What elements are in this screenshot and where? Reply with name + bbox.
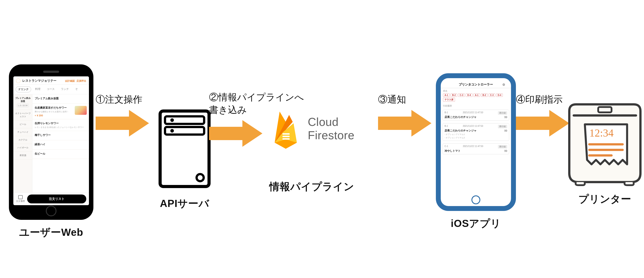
uw-title: レストランマジョリテー <box>22 79 63 83</box>
phone-frame-black: レストランマジョリテー 会計確認 店員呼出 ドリンク 料理 コース ランチ そ … <box>9 64 94 220</box>
uw-item[interactable]: プレミアム飲み放題 <box>32 94 89 104</box>
uw-tab-food[interactable]: 料理 <box>33 86 43 92</box>
uw-cat-beer[interactable]: ビール <box>13 121 32 128</box>
ios-history-section: 印刷履歴 <box>441 103 511 108</box>
uw-link-call[interactable]: 店員呼出 <box>76 79 86 83</box>
svg-rect-9 <box>598 107 612 112</box>
uw-item-name: 緑茶ハイ <box>35 142 87 146</box>
node-api-server: APIサーバ <box>156 107 214 211</box>
print-card: B-1 2021/11/22 11:47:53 再印刷 店長こだわりのチャンジャ… <box>442 110 509 121</box>
arrow-3-label: ③通知 <box>378 93 406 106</box>
card-name: 店長こだわりのチャンジャ <box>444 129 476 133</box>
firebase-icon <box>269 107 302 151</box>
uw-item[interactable]: 生搾りレモンサワー レモンまるまる1個を絞ったジューシーなレモンサワー <box>32 119 89 131</box>
uw-item[interactable]: 梅干しサワー <box>32 131 89 140</box>
reprint-button[interactable]: 再印刷 <box>498 145 507 148</box>
ios-header: プリンタコントローラー ⚙ <box>441 81 511 88</box>
card-qty: 99 <box>504 129 507 132</box>
uw-item-name: 梅干しサワー <box>35 133 87 137</box>
card-seat: B-1 <box>444 125 448 128</box>
diagram-stage: レストランマジョリテー 会計確認 店員呼出 ドリンク 料理 コース ランチ そ … <box>0 0 644 278</box>
uw-item-name: 生ビール <box>35 152 87 156</box>
uw-cat-premium-label: プレミアム飲み放題 <box>15 97 31 103</box>
arrow-1-label: ①注文操作 <box>96 93 142 106</box>
ios-screen: プリンタコントローラー ⚙ 席名 A-1 B-2 C-3 D-4 A-1 B-2… <box>441 81 511 195</box>
uw-item[interactable]: 生ビール <box>32 150 89 159</box>
uw-item-desc: レモンまるまる1個を絞ったジューシーなレモンサワー <box>35 126 87 129</box>
caption-pipeline: 情報パイプライン <box>269 180 354 194</box>
menu-thumb <box>75 106 87 115</box>
card-qty: 99 <box>504 149 507 152</box>
home-button-icon <box>46 206 56 216</box>
gear-icon[interactable]: ⚙ <box>502 83 505 86</box>
card-ts: 2021/11/22 11:47:53 <box>463 111 483 115</box>
caption-ios-app: iOSアプリ <box>451 217 501 231</box>
uw-cat-cocktail[interactable]: カクテル <box>13 136 32 144</box>
table-chip[interactable]: テラス席 <box>443 98 455 102</box>
uw-item[interactable]: 緑茶ハイ <box>32 140 89 150</box>
arrow-4-label: ④印刷指示 <box>516 93 562 106</box>
table-chip[interactable]: D-4 <box>496 94 503 97</box>
card-seat: B-1 <box>444 111 448 115</box>
uw-item[interactable]: 生産農家直送すだちサワー 爽やかな酸味とすだちを贅沢に使用！ + ¥ 200 <box>32 104 89 119</box>
uw-cat-fruit[interactable]: 果実酒 <box>13 152 32 159</box>
history-label: 注文履歴 <box>16 200 25 203</box>
firestore-line1: Cloud <box>308 116 354 129</box>
table-chip[interactable]: A-1 <box>443 94 450 97</box>
uw-sidebar: プレミアム飲み放題 L.O. 22:30 オクトーバーフェスト ビール チューハ… <box>13 94 32 192</box>
arrow-icon <box>209 118 262 149</box>
ios-tables-section: 席名 A-1 B-2 C-3 D-4 A-1 B-2 C-3 D-4 テラス席 <box>441 88 511 103</box>
card-name: 冷やしトマト <box>444 149 460 153</box>
order-list-button[interactable]: 注文リスト <box>27 194 86 203</box>
arrow-1: ①注文操作 <box>96 93 149 139</box>
shop-logo-icon <box>16 79 20 83</box>
uw-item-name: プレミアム飲み放題 <box>35 97 87 100</box>
print-card: B-1 2021/11/22 11:47:53 再印刷 店長こだわりのチャンジャ… <box>442 123 509 141</box>
uw-cat-premium[interactable]: プレミアム飲み放題 L.O. 22:30 <box>13 94 32 110</box>
reprint-button[interactable]: 再印刷 <box>498 125 507 128</box>
table-chip[interactable]: C-3 <box>458 94 465 97</box>
node-pipeline: Cloud Firestore 情報パイプライン <box>269 107 354 194</box>
uw-item-name: 生搾りレモンサワー <box>35 122 87 125</box>
uw-link-bill[interactable]: 会計確認 <box>65 79 75 83</box>
order-history-button[interactable]: 注文履歴 <box>16 195 25 203</box>
uw-header: レストランマジョリテー 会計確認 店員呼出 <box>13 76 89 85</box>
uw-cat-highball[interactable]: ハイボール <box>13 144 32 152</box>
svg-rect-8 <box>282 138 290 140</box>
uw-tab-lunch[interactable]: ランチ <box>59 86 71 92</box>
phone-frame-blue: プリンタコントローラー ⚙ 席名 A-1 B-2 C-3 D-4 A-1 B-2… <box>436 73 516 211</box>
table-chips: A-1 B-2 C-3 D-4 A-1 B-2 C-3 D-4 テラス席 <box>443 94 509 102</box>
firestore-logo-block: Cloud Firestore <box>269 107 354 151</box>
arrow-icon <box>378 108 432 139</box>
ios-title: プリンタコントローラー <box>459 83 493 87</box>
svg-point-2 <box>170 118 174 122</box>
uw-cat-okt[interactable]: オクトーバーフェスト <box>13 110 32 121</box>
uw-footer: 注文履歴 注文リスト <box>13 192 89 205</box>
history-label: 印刷履歴 <box>443 104 509 108</box>
node-ios-app: プリンタコントローラー ⚙ 席名 A-1 B-2 C-3 D-4 A-1 B-2… <box>436 73 516 231</box>
svg-rect-6 <box>282 133 290 135</box>
uw-cat-chuhai[interactable]: チューハイ <box>13 128 32 136</box>
uw-tab-course[interactable]: コース <box>44 86 57 92</box>
uw-body: プレミアム飲み放題 L.O. 22:30 オクトーバーフェスト ビール チューハ… <box>13 94 89 192</box>
table-chip[interactable]: B-2 <box>481 94 488 97</box>
arrow-3: ③通知 <box>378 93 432 139</box>
table-chip[interactable]: C-3 <box>488 94 495 97</box>
uw-tab-more[interactable]: そ <box>73 86 80 92</box>
server-icon <box>156 107 214 191</box>
caption-api-server: APIサーバ <box>160 197 209 211</box>
reprint-button[interactable]: 再印刷 <box>498 111 507 115</box>
user-web-screen: レストランマジョリテー 会計確認 店員呼出 ドリンク 料理 コース ランチ そ … <box>13 76 89 205</box>
table-chip[interactable]: D-4 <box>466 94 472 97</box>
card-seat: C-1 <box>444 145 448 148</box>
arrow-icon <box>96 108 149 139</box>
card-ts: 2021/11/22 11:47:53 <box>463 145 483 148</box>
table-chip[interactable]: B-2 <box>450 94 457 97</box>
print-card: C-1 2021/11/22 11:47:53 再印刷 冷やしトマト 99 <box>442 143 509 154</box>
caption-user-web: ユーザーWeb <box>19 226 84 239</box>
order-list-label: 注文リスト <box>49 197 64 201</box>
card-name: 店長こだわりのチャンジャ <box>444 115 476 119</box>
table-chip[interactable]: A-1 <box>474 94 480 97</box>
uw-tab-drink[interactable]: ドリンク <box>16 86 31 92</box>
node-printer: 12:34 プリンター <box>560 93 644 206</box>
